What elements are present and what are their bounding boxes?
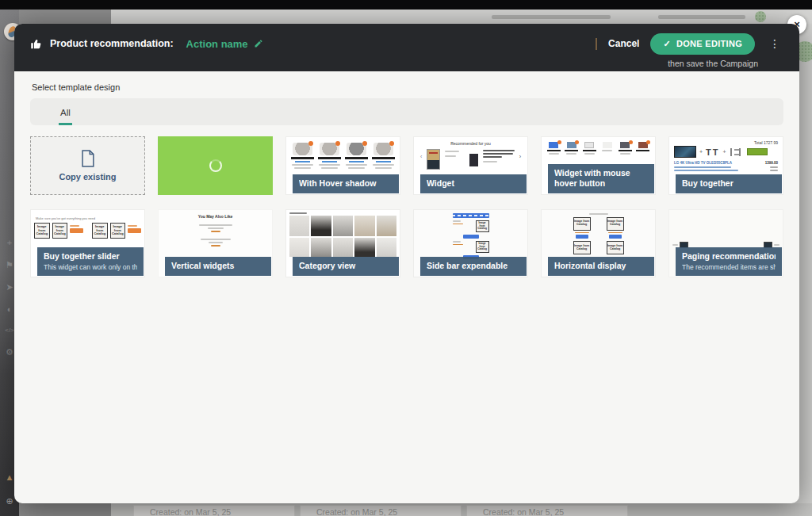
copy-existing-dropzone: Copy existing	[30, 136, 145, 195]
thumb-text: +	[699, 149, 703, 155]
thumb-text: Make sure you've got everything you need	[31, 210, 144, 223]
template-label: Category view	[299, 261, 393, 271]
check-icon: ✓	[663, 39, 671, 49]
background-header	[111, 10, 812, 24]
template-label: Horizontal display	[554, 261, 648, 271]
catalog-box: Image from Catalog	[92, 223, 108, 239]
template-card-horizontal-display[interactable]: Image from Catalog Image from Catalog Im…	[541, 209, 656, 277]
avatar	[755, 11, 766, 22]
template-card-loading[interactable]	[158, 136, 273, 195]
template-label: Buy together	[682, 178, 776, 189]
template-label: Vertical widgets	[171, 261, 265, 271]
thumb-text: TT	[706, 147, 719, 157]
template-subtitle: The recommended items are sho...	[682, 263, 776, 271]
cancel-button[interactable]: Cancel	[608, 38, 639, 49]
more-options-icon[interactable]: ⋮	[766, 36, 783, 51]
arrow-left-icon: ‹	[420, 149, 422, 165]
catalog-box: Image from Catalog	[573, 241, 591, 254]
template-card-buy-together-slider[interactable]: Make sure you've got everything you need…	[30, 209, 145, 277]
catalog-box: Image from Catalog	[52, 223, 68, 239]
action-name-edit[interactable]: Action name	[186, 38, 263, 50]
arrow-right-icon: ›	[519, 149, 521, 165]
background-campaign-card: Created: on Mar 5, 25	[133, 505, 295, 516]
template-card-vertical-widgets[interactable]: You May Also Like Vertical widgets	[158, 209, 273, 277]
catalog-box: Image from Catalog	[607, 241, 624, 254]
background-campaign-card: Created: on Mar 5, 25	[300, 505, 462, 516]
section-title: Select template design	[32, 82, 783, 92]
template-label-band: With Hover shadow	[293, 174, 399, 193]
pencil-icon	[254, 39, 263, 48]
document-icon	[80, 150, 95, 167]
done-editing-button[interactable]: ✓ DONE EDITING	[650, 33, 755, 55]
template-label-band: Buy together slider This widget can work…	[37, 247, 144, 276]
action-name-label: Action name	[186, 38, 248, 50]
thumb-text: Recommended for you	[414, 137, 527, 146]
thumb-text: +	[723, 149, 726, 155]
template-label: With Hover shadow	[299, 178, 393, 189]
done-editing-hint: then save the Campaign	[668, 59, 758, 68]
thumb-text: 1399.00	[765, 161, 778, 165]
thumb-text: Total 1727.99	[669, 137, 783, 145]
template-card-buy-together[interactable]: Total 1727.99 + TT +	[668, 136, 783, 195]
background-text-bar	[658, 15, 745, 19]
background-text-bar	[492, 15, 611, 19]
template-label-band: Widget with mouse hover button	[548, 164, 654, 193]
thumb-text: You May Also Like	[159, 214, 272, 219]
done-editing-label: DONE EDITING	[676, 39, 742, 48]
template-label-band: Paging recommendations The recommended i…	[676, 247, 782, 276]
copy-existing-label: Copy existing	[59, 172, 116, 182]
modal-title: Product recommendation:	[50, 38, 174, 49]
template-label-band: Horizontal display	[548, 257, 654, 276]
catalog-box: Image from Catalog	[476, 241, 489, 253]
divider	[596, 38, 597, 50]
template-label: Buy together slider	[44, 251, 137, 262]
template-card-side-bar-expendable[interactable]: Image from Catalog Image from Catalog Si…	[413, 209, 528, 277]
thumb-text: LG 4K Ultra HD TV OLED55C8PLA	[674, 161, 732, 165]
header-actions: Cancel ✓ DONE EDITING ⋮	[596, 33, 783, 55]
template-card-widget[interactable]: Recommended for you ‹	[413, 136, 528, 195]
catalog-box: Image from Catalog	[476, 220, 489, 232]
template-label-band: Vertical widgets	[165, 257, 271, 276]
template-card-widget-mouse-hover[interactable]: Widget with mouse hover button	[541, 136, 656, 195]
template-label: Paging recommendations	[682, 251, 776, 262]
catalog-box: Image from Catalog	[573, 217, 591, 231]
loading-card	[158, 136, 273, 195]
template-card-category-view[interactable]: Category view	[285, 209, 400, 277]
background-os-bar	[0, 0, 812, 10]
thumbs-up-icon	[30, 38, 42, 50]
template-picker-modal: × Product recommendation: Action name Ca…	[14, 24, 799, 503]
catalog-box: Image from Catalog	[34, 223, 50, 239]
template-card-paging-recommendations[interactable]: Paging recommendations The recommended i…	[668, 209, 783, 277]
catalog-box: Image from Catalog	[110, 223, 126, 239]
template-label-band: Buy together	[676, 174, 782, 193]
template-label: Widget	[427, 178, 520, 189]
modal-header: Product recommendation: Action name Canc…	[14, 24, 799, 71]
modal-body: Select template design All Copy existing	[14, 71, 799, 277]
screen: + ⚑ ➤ ◐ </> ⚙ ▲ ⊕ Created: on Mar 5, 25 …	[0, 0, 812, 516]
template-label-band: Side bar expendable	[420, 257, 527, 276]
wall-mount-icon	[730, 147, 742, 157]
background-row: Created: on Mar 5, 25 Created: on Mar 5,…	[111, 503, 812, 516]
template-grid: Copy existing	[30, 136, 783, 277]
background-campaign-card: Created: on Mar 5, 25	[466, 505, 628, 516]
spinner-icon	[209, 159, 222, 172]
template-label: Side bar expendable	[427, 261, 520, 271]
template-filter-tabs: All	[30, 98, 783, 125]
template-card-copy-existing[interactable]: Copy existing	[30, 136, 145, 195]
template-label-band: Widget	[420, 174, 527, 193]
tab-all[interactable]: All	[59, 108, 72, 125]
template-label: Widget with mouse hover button	[554, 168, 648, 189]
template-subtitle: This widget can work only on th...	[44, 263, 137, 271]
template-label-band: Category view	[293, 257, 399, 276]
template-card-with-hover-shadow[interactable]: With Hover shadow	[285, 136, 400, 195]
catalog-box: Image from Catalog	[607, 217, 624, 231]
